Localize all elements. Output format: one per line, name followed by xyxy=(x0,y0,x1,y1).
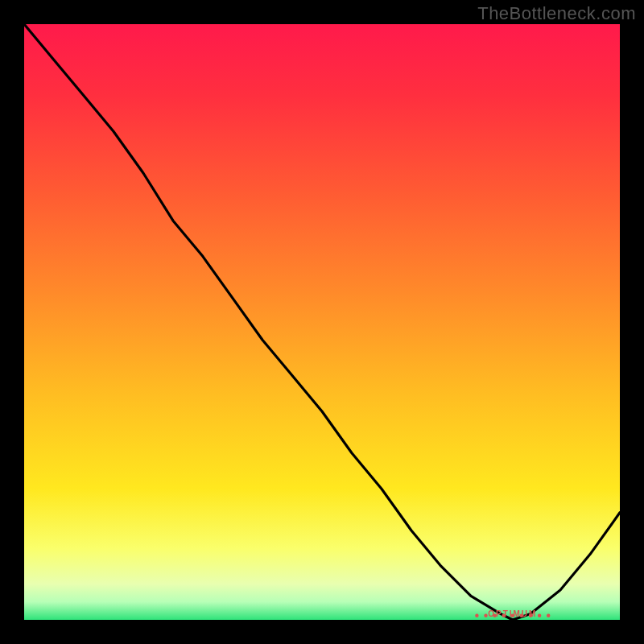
bottleneck-curve-chart xyxy=(24,24,620,620)
plot-area: OPTIMUM xyxy=(24,24,620,620)
watermark-text: TheBottleneck.com xyxy=(477,3,636,24)
gradient-background xyxy=(24,24,620,620)
chart-frame: TheBottleneck.com OPTIMUM xyxy=(0,0,644,644)
optimum-marker-label: OPTIMUM xyxy=(477,609,549,618)
